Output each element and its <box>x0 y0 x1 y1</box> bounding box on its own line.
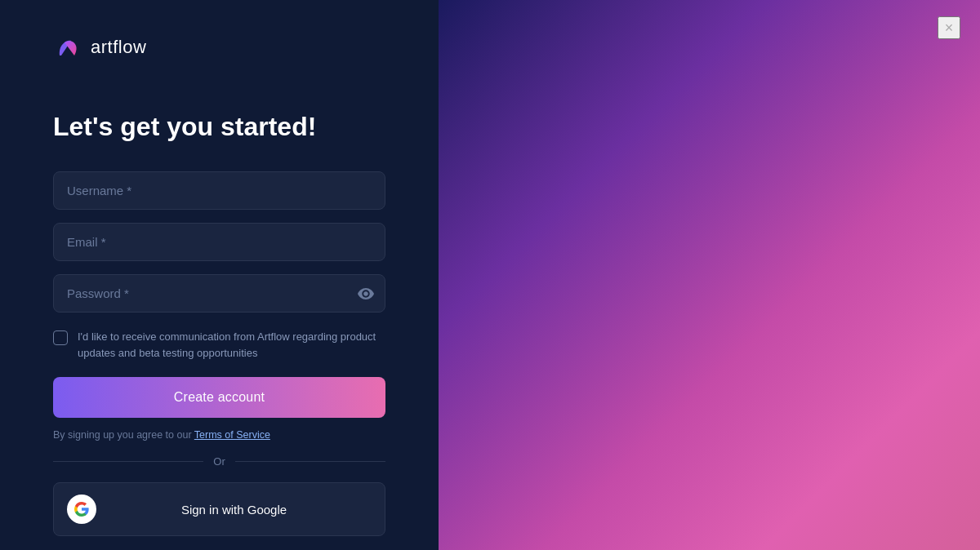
or-line-left <box>53 461 203 462</box>
logo-area: artflow <box>53 33 385 62</box>
password-wrapper <box>53 274 385 313</box>
right-panel: × <box>439 0 980 550</box>
password-input[interactable] <box>53 274 385 313</box>
logo-text: artflow <box>91 37 146 58</box>
username-input[interactable] <box>53 171 385 210</box>
newsletter-checkbox[interactable] <box>53 330 68 345</box>
left-panel: artflow Let's get you started! I'd like … <box>0 0 439 550</box>
close-button[interactable]: × <box>938 16 960 39</box>
create-account-button[interactable]: Create account <box>53 377 385 418</box>
terms-prefix: By signing up you agree to our <box>53 429 194 441</box>
artflow-logo-icon <box>53 33 82 62</box>
google-icon <box>67 495 96 524</box>
email-group <box>53 223 385 261</box>
email-input[interactable] <box>53 223 385 261</box>
page-heading: Let's get you started! <box>53 111 385 142</box>
terms-text: By signing up you agree to our Terms of … <box>53 429 385 441</box>
newsletter-label: I'd like to receive communication from A… <box>78 329 385 361</box>
newsletter-checkbox-row: I'd like to receive communication from A… <box>53 329 385 361</box>
google-signin-label: Sign in with Google <box>96 503 372 517</box>
or-text: Or <box>213 455 225 468</box>
or-divider: Or <box>53 455 385 468</box>
google-signin-button[interactable]: Sign in with Google <box>53 482 385 536</box>
or-line-right <box>235 461 385 462</box>
terms-link[interactable]: Terms of Service <box>194 429 270 441</box>
toggle-password-icon[interactable] <box>358 288 374 299</box>
username-group <box>53 171 385 210</box>
password-group <box>53 274 385 313</box>
